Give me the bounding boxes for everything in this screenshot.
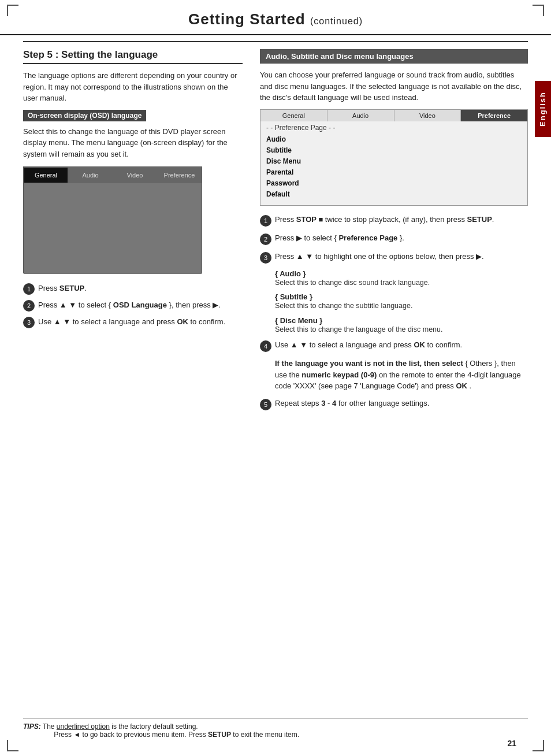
tips-label: TIPS: (23, 722, 41, 731)
step1-bold: SETUP (59, 284, 84, 292)
left-step-2: 2 Press ▲ ▼ to select { OSD Language }, … (23, 299, 243, 312)
right-banner: Audio, Subtitle and Disc menu languages (260, 49, 528, 64)
sub-audio: { Audio } Select this to change disc sou… (275, 269, 528, 288)
english-tab: English (535, 81, 551, 137)
pref-item-default: Default (266, 189, 522, 200)
setup-bold: SETUP (467, 215, 492, 224)
tips-line2-post: to exit the menu item. (233, 731, 299, 739)
right-step-num-5: 5 (260, 399, 271, 410)
tips-setup-bold: SETUP (208, 731, 231, 739)
tips-underline: underlined option (57, 722, 110, 731)
right-step-num-2: 2 (260, 234, 271, 245)
main-content: Step 5 : Setting the language The langua… (0, 49, 551, 416)
sub-discmenu: { Disc Menu } Select this to change the … (275, 316, 528, 335)
left-column: Step 5 : Setting the language The langua… (23, 49, 243, 416)
osd-body: Select this to change the language of th… (23, 126, 243, 160)
step-text-1: Press SETUP. (38, 283, 243, 294)
sub-subtitle-desc: Select this to change the subtitle langu… (275, 301, 528, 312)
corner-br (533, 740, 544, 751)
step-num-3: 3 (23, 317, 35, 328)
step-num-1: 1 (23, 283, 35, 295)
right-step-text-1: Press STOP ■ twice to stop playback, (if… (275, 214, 528, 225)
right-column: Audio, Subtitle and Disc menu languages … (254, 49, 528, 416)
right-step-text-2: Press ▶ to select { Preference Page }. (275, 232, 528, 244)
pref-table-header: General Audio Video Preference (260, 110, 527, 121)
section-heading: Step 5 : Setting the language (23, 49, 243, 64)
pref-page-label: - - Preference Page - - (266, 124, 522, 132)
pref-tab-video: Video (394, 110, 461, 121)
right-step-text-4: Use ▲ ▼ to select a language and press O… (275, 339, 528, 351)
header-rule (23, 41, 528, 42)
sub-audio-label: { Audio } (275, 269, 306, 278)
left-step-3: 3 Use ▲ ▼ to select a language and press… (23, 316, 243, 328)
right-intro: You can choose your preferred language o… (260, 69, 528, 103)
corner-tr (533, 5, 544, 16)
sub-subtitle-label: { Subtitle } (275, 292, 312, 301)
pref-table-body: - - Preference Page - - Audio Subtitle D… (260, 121, 527, 205)
pref-item-discmenu: Disc Menu (266, 156, 522, 167)
page-title: Getting Started (continued) (188, 10, 363, 28)
corner-tl (7, 5, 18, 16)
sub-discmenu-label: { Disc Menu } (275, 316, 322, 325)
left-steps-list: 1 Press SETUP. 2 Press ▲ ▼ to select { O… (23, 283, 243, 328)
step3-bold: OK (177, 317, 188, 326)
step-num-2: 2 (23, 300, 35, 312)
dvd-tab-preference: Preference (157, 167, 202, 183)
sub-discmenu-desc: Select this to change the language of th… (275, 325, 528, 335)
tips-line1-pre: The (43, 722, 57, 731)
pref-item-password: Password (266, 178, 522, 189)
tips-footer: TIPS: The underlined option is the facto… (23, 718, 528, 739)
pref-table: General Audio Video Preference - - Prefe… (260, 109, 528, 206)
step3-ref: 3 (321, 399, 325, 407)
pref-item-audio: Audio (266, 134, 522, 145)
dvd-tabs-bar: General Audio Video Preference (24, 167, 202, 183)
right-step-3: 3 Press ▲ ▼ to highlight one of the opti… (260, 251, 528, 264)
dvd-screen-body (24, 183, 202, 274)
right-step-1: 1 Press STOP ■ twice to stop playback, (… (260, 214, 528, 227)
ok-bold-notinlist: OK (456, 381, 467, 390)
title-continued-text: (continued) (310, 16, 363, 26)
numeric-keypad-bold: numeric keypad (0-9) (301, 370, 377, 379)
right-step-5: 5 Repeat steps 3 - 4 for other language … (260, 398, 528, 410)
corner-bl (7, 740, 18, 751)
tips-line2-pre: Press ◄ to go back to previous menu item… (54, 731, 208, 739)
ok-bold-4: OK (414, 340, 425, 349)
step-text-3: Use ▲ ▼ to select a language and press O… (38, 316, 243, 328)
dvd-tab-audio: Audio (68, 167, 113, 183)
right-step-num-1: 1 (260, 215, 271, 227)
dvd-tab-general: General (24, 167, 68, 183)
right-steps-list: 1 Press STOP ■ twice to stop playback, (… (260, 214, 528, 264)
pref-tab-audio: Audio (327, 110, 394, 121)
page-header: Getting Started (continued) (0, 0, 551, 35)
pref-item-subtitle: Subtitle (266, 145, 522, 156)
dvd-screen-mockup: General Audio Video Preference (23, 166, 202, 273)
right-steps-list-2: 4 Use ▲ ▼ to select a language and press… (260, 339, 528, 352)
not-in-list-end: . (470, 381, 472, 390)
right-steps-list-3: 5 Repeat steps 3 - 4 for other language … (260, 398, 528, 410)
pref-tab-general: General (260, 110, 327, 121)
intro-text: The language options are different depen… (23, 70, 243, 104)
step4-ref: 4 (332, 399, 336, 407)
page-number: 21 (507, 739, 516, 748)
right-step-4: 4 Use ▲ ▼ to select a language and press… (260, 339, 528, 352)
right-step-text-5: Repeat steps 3 - 4 for other language se… (275, 398, 528, 409)
sub-subtitle: { Subtitle } Select this to change the s… (275, 292, 528, 312)
left-step-1: 1 Press SETUP. (23, 283, 243, 295)
title-bold: Getting Started (188, 10, 306, 28)
pref-tab-preference: Preference (461, 110, 527, 121)
right-step-text-3: Press ▲ ▼ to highlight one of the option… (275, 251, 528, 262)
step2-bold: OSD Language (113, 301, 167, 309)
tips-line1-post: is the factory default setting. (111, 722, 198, 731)
osd-banner: On-screen display (OSD) language (23, 110, 146, 121)
dvd-tab-video: Video (113, 167, 157, 183)
right-step-2: 2 Press ▶ to select { Preference Page }. (260, 232, 528, 245)
sub-audio-desc: Select this to change disc sound track l… (275, 278, 528, 288)
not-in-list-block: If the language you want is not in the l… (275, 358, 528, 392)
right-step-num-3: 3 (260, 252, 271, 264)
step-text-2: Press ▲ ▼ to select { OSD Language }, th… (38, 299, 243, 311)
stop-bold: STOP ■ (296, 215, 323, 224)
pref-item-parental: Parental (266, 167, 522, 178)
pref-page-bold: Preference Page (338, 234, 397, 242)
not-in-list-bold: If the language you want is not in the l… (275, 359, 463, 368)
right-step-num-4: 4 (260, 340, 271, 352)
